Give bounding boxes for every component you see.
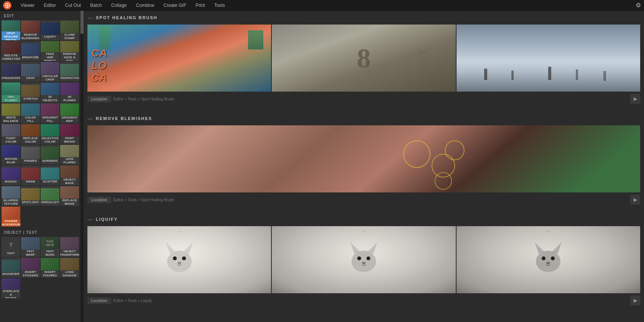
images-rb	[87, 125, 640, 192]
images-shb: CALOCA 8 5	[87, 25, 640, 92]
nav-tools[interactable]: Tools	[210, 0, 230, 11]
tool-scatter[interactable]: SCATTER	[41, 165, 59, 185]
tool-miniature[interactable]: MINIATURE	[21, 41, 40, 61]
tool-3d-objects[interactable]: 3DOBJECTS	[41, 82, 59, 102]
right-panel: — SPOT HEALING BRUSH CALOCA 8 5	[84, 11, 644, 322]
tool-text[interactable]: T TEXT	[2, 237, 20, 257]
tool-lens-flares[interactable]: LENSFLARES	[60, 145, 79, 164]
tool-motion-blur[interactable]: MOTIONBLUR	[2, 145, 20, 164]
tool-crop[interactable]: CROP	[21, 62, 40, 82]
tool-text-mask[interactable]: THENEW TEXTMASK	[41, 237, 59, 257]
nav-combine[interactable]: Combine	[131, 0, 159, 11]
tool-remove-blemishes[interactable]: REMOVEBLEMISHES	[21, 20, 40, 40]
nav-collage[interactable]: Collage	[107, 0, 131, 11]
panel-scrollbar[interactable]	[80, 11, 84, 322]
img-liq-2: • • •	[272, 226, 455, 293]
tool-surrealistic[interactable]: SURREALISTIC	[41, 186, 59, 206]
tool-spotlight[interactable]: SPOTLIGHT	[21, 186, 40, 206]
tool-magnifier[interactable]: MAGNIFIER	[2, 258, 20, 278]
app-logo	[3, 1, 12, 10]
dash-shb: —	[87, 15, 93, 21]
tool-object-transform[interactable]: OBJECTTRANSFORM	[60, 237, 79, 257]
img-rb-main	[87, 125, 640, 192]
images-liq: • • •	[87, 226, 640, 293]
tool-selective-color[interactable]: SELECTIVECOLOR	[41, 124, 59, 144]
tool-change-background[interactable]: CHANGEBACKGROUND	[2, 207, 20, 227]
settings-icon[interactable]: ⚙	[636, 2, 641, 9]
play-button-shb[interactable]: ▶	[630, 94, 640, 104]
object-text-section-label: OBJECT | TEXT	[0, 227, 80, 236]
tool-tiny-planet[interactable]: TINYPLANET	[2, 82, 20, 102]
svg-point-12	[177, 262, 181, 264]
tool-red-eye[interactable]: RED EYECORRECTION	[2, 41, 20, 61]
dash-rb: —	[87, 115, 93, 122]
edit-section-label: EDIT	[0, 11, 80, 20]
tool-text-warp[interactable]: TEXTWARP	[21, 237, 40, 257]
tool-clone-stamp[interactable]: CLONESTAMP	[60, 20, 79, 40]
nav-create-gif[interactable]: Create GIF	[159, 0, 191, 11]
svg-point-3	[404, 141, 430, 168]
footer-shb: Location Editor > Tools > Spot Healing B…	[87, 94, 640, 104]
tool-straighten[interactable]: STRAIGHTEN	[2, 62, 20, 82]
play-button-liq[interactable]: ▶	[630, 296, 640, 306]
svg-point-23	[551, 256, 555, 260]
feature-header-liq: — LIQUIFY	[87, 216, 640, 222]
tool-liquify[interactable]: LIQUIFY	[41, 20, 59, 40]
tool-gradient-fill[interactable]: GRADIENTFILL	[41, 103, 59, 123]
img-shb-1: CALOCA	[87, 25, 271, 92]
tool-stretch[interactable]: STRETCH	[21, 82, 40, 102]
breadcrumb-liq: Editor > Tools > Liquify	[113, 299, 152, 303]
footer-liq: Location Editor > Tools > Liquify ▶	[87, 296, 640, 306]
tool-white-balance[interactable]: WHITEBALANCE	[2, 103, 20, 123]
tool-paint-brush[interactable]: PAINTBRUSH	[60, 124, 79, 144]
tool-point-color[interactable]: POINTCOLOR	[2, 124, 20, 144]
svg-point-16	[357, 256, 361, 260]
tool-long-shadow[interactable]: LONGSHADOW	[60, 258, 79, 278]
location-button-rb[interactable]: Location	[87, 197, 111, 203]
tool-insert-figures[interactable]: INSERTFIGURES	[41, 258, 59, 278]
tool-fake-hdr[interactable]: FAKEHDR EFFECT	[41, 41, 59, 61]
feature-header-shb: — SPOT HEALING BRUSH	[87, 15, 640, 21]
tool-replace-color[interactable]: REPLACECOLOR	[21, 124, 40, 144]
tool-perspective[interactable]: PERSPECTIVE	[60, 62, 79, 82]
tool-gradient-map[interactable]: GRADIENTMAP	[60, 103, 79, 123]
title-liq: LIQUIFY	[96, 217, 118, 222]
scrollbar-thumb[interactable]	[80, 11, 84, 34]
tool-draw[interactable]: DRAW	[21, 165, 40, 185]
tool-frames[interactable]: FRAMES	[21, 145, 40, 164]
play-button-rb[interactable]: ▶	[630, 195, 640, 205]
feature-header-rb: — REMOVE BLEMISHES	[87, 115, 640, 122]
tool-borders[interactable]: BORDERS	[41, 145, 59, 164]
location-button-liq[interactable]: Location	[87, 297, 111, 304]
tool-replace-image[interactable]: REPLACEIMAGE	[60, 186, 79, 206]
tool-color-fill[interactable]: COLORFILL	[21, 103, 40, 123]
svg-point-11	[182, 256, 186, 260]
nav-editor[interactable]: Editor	[39, 0, 60, 11]
nav-print[interactable]: Print	[191, 0, 210, 11]
object-text-tool-grid: T TEXT TEXTWARP THENEW TEXTMASK OBJECTTR…	[0, 236, 80, 299]
svg-point-5	[445, 141, 464, 160]
location-button-shb[interactable]: Location	[87, 96, 111, 102]
tool-remove-haze[interactable]: REMOVEHAZE & FOG	[60, 41, 79, 61]
svg-point-24	[546, 262, 550, 264]
section-liquify: — LIQUIFY	[84, 216, 644, 306]
tool-circular-crop[interactable]: CIRCULARCROP	[41, 62, 59, 82]
nav-batch[interactable]: Batch	[85, 0, 107, 11]
footer-rb: Location Editor > Tools > Spot Healing B…	[87, 195, 640, 205]
tool-overlays-masks[interactable]: OVERLAYS&MASKS	[2, 278, 20, 298]
left-panel: EDIT SPOTHEALINGBRUSH REMOVEBLEMISHES LI…	[0, 11, 80, 322]
title-shb: SPOT HEALING BRUSH	[96, 15, 158, 20]
nav-viewer[interactable]: Viewer	[16, 0, 39, 11]
svg-point-6	[435, 172, 452, 189]
img-shb-3	[457, 25, 640, 92]
breadcrumb-rb: Editor > Tools > Spot Healing Brush	[113, 198, 174, 202]
tool-3d-planes[interactable]: 3DPLANES	[60, 82, 79, 102]
tool-mosaic[interactable]: MOSAIC	[2, 165, 20, 185]
tool-object-mask[interactable]: OBJECTMASK	[60, 165, 79, 185]
svg-point-4	[432, 154, 455, 177]
tool-spot-healing-brush[interactable]: SPOTHEALINGBRUSH	[2, 20, 20, 40]
img-shb-2: 8 5	[272, 25, 455, 92]
nav-cutout[interactable]: Cut Out	[61, 0, 85, 11]
tool-insert-stickers[interactable]: INSERTSTICKERS	[21, 258, 40, 278]
tool-blurred-texture[interactable]: BLURREDTEXTURE	[2, 186, 20, 206]
